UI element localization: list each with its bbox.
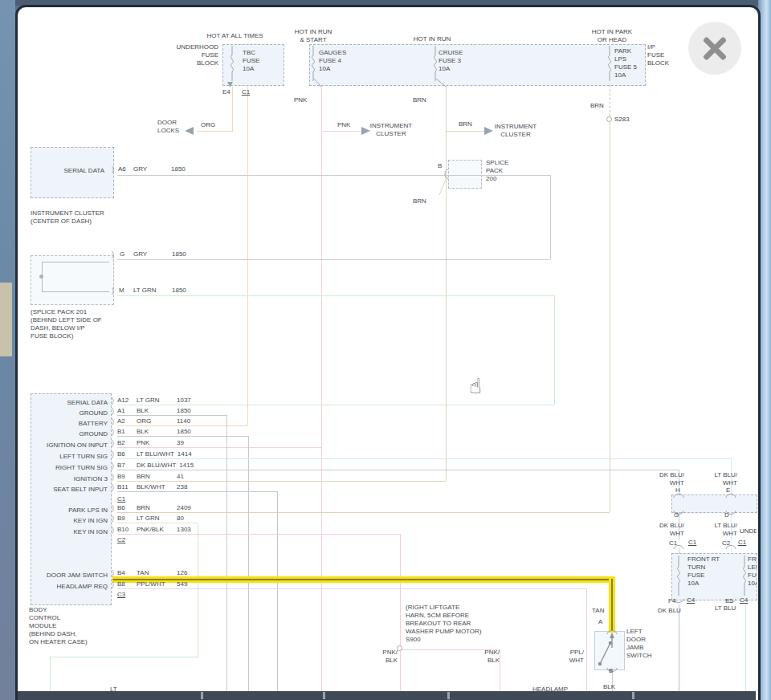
bcm-row: B9BRN41	[117, 473, 184, 481]
underhood-fuse-block-label: UNDERHOOD FUSE BLOCK	[157, 43, 218, 67]
bcm-circuit-number: 80	[177, 515, 184, 522]
bcm-pin: B4	[117, 569, 137, 577]
bcm-row: B10PNK/BLK1303	[117, 526, 191, 534]
bcm-pin: A2	[117, 417, 137, 425]
tbc-pin: E4	[222, 88, 230, 96]
front-rt-turn-fuse-label: FRONT RT TURN FUSE 10A	[687, 556, 720, 588]
bcm-row: B4TAN126	[117, 569, 187, 577]
bcm-circuit-number: 1414	[177, 450, 192, 458]
wire-label-ltblu-wht: LT BLU/ WHT	[705, 522, 737, 538]
bcm-pin: B8	[117, 580, 137, 588]
bcm-wire-color: BLK/WHT	[137, 483, 177, 491]
bcm-pin: B11	[117, 483, 137, 491]
bcm-row-label: DOOR JAM SWITCH	[22, 572, 108, 580]
ic-wire: GRY	[133, 165, 147, 173]
wiring-diagram-canvas[interactable]: HOT AT ALL TIMES HOT IN RUN & START HOT …	[0, 0, 771, 700]
connector-c1: C1	[688, 539, 696, 547]
bottom-bar-divider	[201, 692, 203, 699]
pin-bracket: )	[112, 569, 114, 577]
switch-pin-a: A	[598, 618, 602, 626]
bcm-pin: C3	[117, 591, 125, 599]
bcm-row: B6BRN2409	[117, 504, 191, 512]
connector-pin-c2: C2	[722, 539, 730, 547]
bcm-row: B1BLK1850	[117, 428, 191, 436]
bcm-row-label: KEY IN IGN	[22, 517, 108, 525]
bcm-wire-color: BRN	[137, 504, 177, 512]
bcm-row: B8PPL/WHT549	[117, 580, 187, 588]
bcm-circuit-number: 238	[177, 483, 187, 490]
bcm-wire-color: BLK	[137, 407, 177, 415]
feed-label-hot-in-run: HOT IN RUN	[400, 35, 464, 43]
wire-label-dkblu-wht: DK BLU/ WHT	[652, 471, 684, 487]
fuse-output-lead	[314, 79, 321, 87]
pin-bracket: )	[112, 417, 114, 425]
wire-label-ltblu-wht: LT BLU/ WHT	[705, 471, 737, 487]
front-lt-turn-fuse-label-clipped: FRONT LEFT FUSE 10A	[748, 556, 757, 588]
bottom-bar-divider	[447, 692, 450, 699]
bcm-row-label: SEAT BELT INPUT	[22, 486, 108, 494]
connector-c4: C4	[687, 596, 695, 604]
sp200-lead	[439, 176, 447, 195]
bcm-circuit-number: 1415	[179, 462, 194, 469]
sp201-caption: (SPLICE PACK 201 (BEHIND LEFT SIDE OF DA…	[31, 308, 102, 340]
bottom-bar-divider	[323, 692, 325, 699]
bcm-row: B6LT BLU/WHT1414	[117, 450, 192, 458]
bcm-row: C1	[117, 495, 125, 503]
pin-bracket: )	[112, 450, 114, 458]
bcm-row-label: GROUND	[22, 409, 108, 417]
connector-pin-h: H	[675, 486, 680, 494]
bcm-circuit-number: 549	[177, 580, 187, 588]
wire-label-tan: TAN	[592, 607, 604, 615]
wire-label-pnk: PNK	[337, 121, 350, 129]
bcm-row-label: LEFT TURN SIG	[22, 453, 108, 461]
bcm-wire-color: LT BLU/WHT	[137, 450, 177, 458]
switch-pin-b: B	[609, 667, 613, 675]
wire-label-pnk: PNK	[294, 96, 307, 104]
bcm-row: C2	[117, 536, 125, 544]
wire-label-brn: BRN	[590, 102, 604, 110]
bcm-wire-color: LT GRN	[137, 397, 177, 405]
bcm-circuit-number: 1303	[177, 526, 191, 533]
park-lps-fuse-label: PARK LPS FUSE 5 10A	[614, 47, 637, 79]
bcm-circuit-number: 126	[177, 569, 187, 576]
bcm-pin: B6	[117, 504, 137, 512]
connector-c1: C1	[738, 539, 746, 547]
bcm-wire-color: BRN	[137, 473, 177, 481]
bcm-circuit-number: 1140	[177, 417, 190, 425]
hand-pointer-icon: ☝	[469, 374, 482, 399]
wire-label-pnk-blk: PNK/ BLK	[373, 649, 398, 665]
bcm-circuit-number: 41	[177, 473, 184, 480]
bcm-pin: A1	[117, 407, 137, 415]
ip-fuse-block-label: I/P FUSE BLOCK	[647, 43, 669, 67]
bcm-pin: B10	[117, 526, 137, 534]
door-jamb-switch-symbol	[598, 633, 614, 665]
wire-label-dkblu-wht: DK BLU/ WHT	[652, 522, 684, 538]
bcm-row: C3	[117, 591, 125, 599]
pin-bracket: )	[112, 439, 114, 447]
bcm-row-label: HEADLAMP REQ	[22, 583, 108, 591]
bcm-row: A2ORG1140	[117, 417, 190, 425]
splice-s283-label: S283	[614, 116, 630, 124]
bcm-row: B9LT GRN80	[117, 515, 184, 523]
cruise-fuse-label: CRUISE FUSE 3 10A	[439, 49, 463, 73]
feed-label-hot-at-all-times: HOT AT ALL TIMES	[189, 32, 281, 40]
bcm-wire-color: PPL/WHT	[137, 580, 177, 588]
target-instrument-cluster: INSTRUMENT CLUSTER	[369, 122, 414, 138]
bcm-row-label: GROUND	[22, 430, 108, 438]
ic-pin-label: SERIAL DATA	[39, 167, 104, 175]
bcm-row-label: PARK LPS IN	[22, 507, 108, 515]
close-button[interactable]	[688, 22, 741, 75]
pin-bracket: )	[112, 397, 114, 405]
wire-label-brn: BRN	[413, 96, 426, 104]
bcm-wire-color: BLK	[137, 428, 177, 436]
pin-bracket: )	[112, 165, 114, 173]
bcm-row-label: IGNITION ON INPUT	[22, 442, 108, 450]
bcm-row: B7DK BLU/WHT1415	[117, 462, 194, 470]
bcm-pin: B1	[117, 428, 137, 436]
wire-label-org: ORG	[201, 121, 215, 129]
tbc-connector: C1	[242, 88, 250, 96]
pin-bracket: )	[112, 526, 114, 534]
wire-label-brn: BRN	[413, 197, 426, 206]
bcm-wire-color: TAN	[137, 569, 177, 577]
diagram-symbols	[0, 0, 771, 700]
